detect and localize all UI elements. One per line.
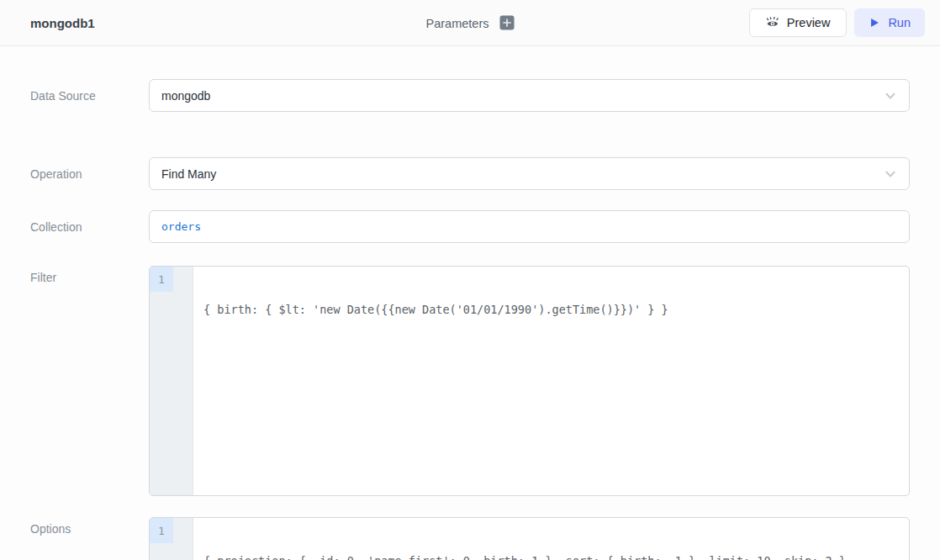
- query-editor-screen: mongodb1 Parameters: [0, 0, 940, 560]
- eye-icon: [766, 16, 779, 29]
- preview-button[interactable]: Preview: [749, 8, 848, 37]
- operation-select[interactable]: Find Many: [149, 157, 910, 190]
- operation-value: Find Many: [161, 167, 216, 181]
- header-actions: Preview Run: [749, 8, 925, 37]
- options-row: Options 1 { projection: { _id: 0, 'name.…: [0, 517, 940, 560]
- line-number: 1: [150, 267, 173, 292]
- filter-code-editor[interactable]: 1 { birth: { $lt: 'new Date({{new Date('…: [149, 266, 910, 496]
- editor-gutter: 1: [150, 518, 193, 560]
- collection-value: orders: [161, 220, 201, 233]
- options-code-line: { projection: { _id: 0, 'name.first': 0,…: [203, 549, 899, 560]
- filter-row: Filter 1 { birth: { $lt: 'new Date({{new…: [0, 266, 940, 496]
- collection-label: Collection: [0, 220, 149, 234]
- preview-button-label: Preview: [787, 16, 831, 29]
- parameters-section: Parameters: [426, 16, 515, 30]
- filter-code-area[interactable]: { birth: { $lt: 'new Date({{new Date('01…: [193, 267, 909, 495]
- operation-row: Operation Find Many: [0, 157, 940, 190]
- filter-label: Filter: [0, 266, 149, 496]
- header: mongodb1 Parameters: [0, 0, 940, 46]
- options-label: Options: [0, 517, 149, 560]
- line-number: 1: [150, 518, 173, 543]
- add-parameter-button[interactable]: [499, 16, 514, 30]
- plus-icon: [502, 18, 511, 28]
- chevron-down-icon: [883, 166, 898, 182]
- chevron-down-icon: [883, 88, 898, 103]
- datasource-row: Data Source mongodb: [0, 79, 940, 112]
- datasource-label: Data Source: [0, 89, 149, 103]
- datasource-select[interactable]: mongodb: [149, 79, 910, 112]
- collection-input[interactable]: orders: [149, 210, 910, 243]
- filter-code-line: { birth: { $lt: 'new Date({{new Date('01…: [203, 298, 899, 321]
- query-form: Data Source mongodb Operation Find Many: [0, 79, 940, 560]
- operation-label: Operation: [0, 167, 149, 181]
- play-icon: [869, 17, 880, 29]
- parameters-label: Parameters: [426, 16, 489, 29]
- run-button[interactable]: Run: [854, 8, 925, 37]
- run-button-label: Run: [888, 16, 911, 29]
- options-code-editor[interactable]: 1 { projection: { _id: 0, 'name.first': …: [149, 517, 910, 560]
- datasource-value: mongodb: [161, 89, 210, 103]
- options-code-area[interactable]: { projection: { _id: 0, 'name.first': 0,…: [193, 518, 909, 560]
- editor-gutter: 1: [150, 267, 193, 495]
- query-title: mongodb1: [30, 16, 95, 30]
- collection-row: Collection orders: [0, 210, 940, 243]
